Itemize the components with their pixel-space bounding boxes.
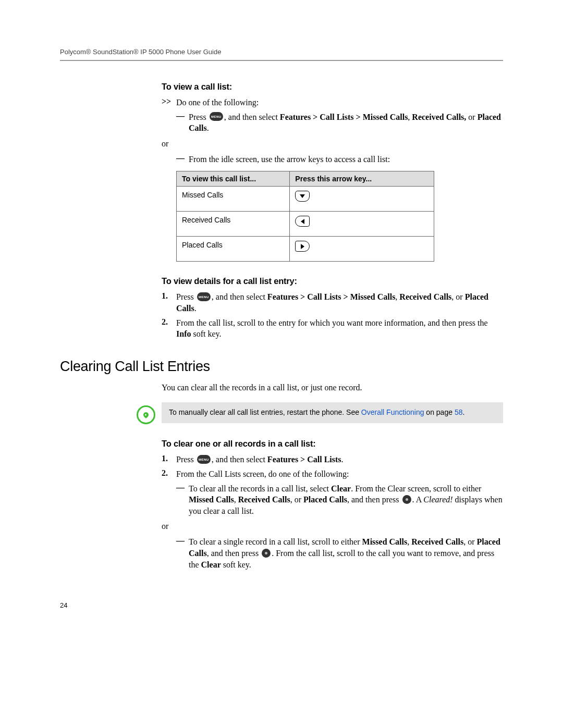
step-text: Press MENU, and then select Features > C… [176,291,503,314]
step-text: From the Call Lists screen, do one of th… [176,468,503,480]
cell-placed: Placed Calls [177,237,290,262]
tip-icon [137,405,155,424]
cell-missed: Missed Calls [177,187,290,212]
or-separator: or [162,522,503,531]
intro-text: You can clear all the records in a call … [162,382,503,393]
marker-2: 2. [162,317,176,340]
th-call-list: To view this call list... [177,171,290,187]
menu-button-icon: MENU [210,112,223,121]
menu-button-icon: MENU [197,292,211,301]
step-text: Press MENU, and then select Features > C… [176,454,503,465]
select-button-icon [262,549,271,558]
table-row: Received Calls [177,212,434,237]
marker-2: 2. [162,468,176,480]
table-row: Placed Calls [177,237,434,262]
subhead-view-call-list: To view a call list: [162,82,503,92]
arrow-key-table: To view this call list... Press this arr… [176,171,434,262]
dash-marker: — [176,154,189,165]
or-separator: or [162,139,503,149]
select-button-icon [402,495,411,504]
option-clear-single: — To clear a single record in a call lis… [176,536,503,570]
link-overall-functioning[interactable]: Overall Functioning [361,408,424,416]
marker-1: 1. [162,454,176,465]
step-do-one: >> Do one of the following: [162,97,503,108]
running-header: Polycom® SoundStation® IP 5000 Phone Use… [60,48,503,61]
step-2: 2. From the Call Lists screen, do one of… [162,468,503,480]
subhead-view-details: To view details for a call list entry: [162,276,503,286]
note-text: To manually clear all call list entries,… [162,402,503,423]
arrow-left-icon [295,216,310,227]
th-arrow-key: Press this arrow key... [290,171,434,187]
option-text: To clear a single record in a call list,… [189,536,503,570]
step-lead: Do one of the following: [176,97,503,108]
dash-marker: — [176,536,189,570]
cell-key-left [290,212,434,237]
h2-clearing-entries: Clearing Call List Entries [60,359,503,375]
dash-marker: — [176,112,189,134]
arrow-down-icon [295,191,310,202]
option-text: From the idle screen, use the arrow keys… [189,154,503,165]
step-1: 1. Press MENU, and then select Features … [162,454,503,465]
marker-1: 1. [162,291,176,314]
step-2: 2. From the call list, scroll to the ent… [162,317,503,340]
option-text: Press MENU, and then select Features > C… [189,112,503,134]
option-press-menu: — Press MENU, and then select Features >… [176,112,503,134]
step-1: 1. Press MENU, and then select Features … [162,291,503,314]
subhead-clear-records: To clear one or all records in a call li… [162,439,503,449]
menu-button-icon: MENU [197,455,211,464]
cell-key-down [290,187,434,212]
cell-received: Received Calls [177,212,290,237]
option-arrow-keys: — From the idle screen, use the arrow ke… [176,154,503,165]
page-number: 24 [60,601,503,609]
arrow-right-icon [295,241,310,252]
option-text: To clear all the records in a call list,… [189,483,503,517]
note-box: To manually clear all call list entries,… [130,402,503,424]
dash-marker: — [176,483,189,517]
link-page-58[interactable]: 58 [455,408,463,416]
cell-key-right [290,237,434,262]
option-clear-all: — To clear all the records in a call lis… [176,483,503,517]
table-row: Missed Calls [177,187,434,212]
marker-chevrons: >> [162,97,176,108]
step-text: From the call list, scroll to the entry … [176,317,503,340]
